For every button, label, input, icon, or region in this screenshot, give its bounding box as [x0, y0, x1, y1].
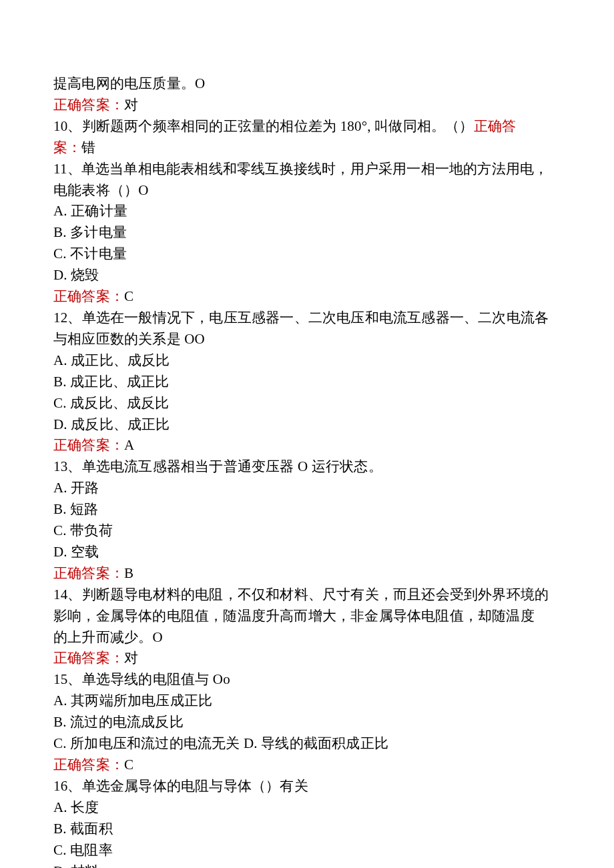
q15-line-1: 15、单选导线的电阻值与 Oo — [53, 669, 561, 691]
q13-option-a: A. 开路 — [53, 478, 561, 499]
q15-answer-line: 正确答案：C — [53, 755, 561, 776]
q15-option-cd: C. 所加电压和流过的电流无关 D. 导线的截面积成正比 — [53, 733, 561, 755]
q11-line-2: 电能表将（）O — [53, 180, 561, 201]
answer-prefix: 正确答案： — [53, 437, 124, 453]
q13-line-1: 13、单选电流互感器相当于普通变压器 O 运行状态。 — [53, 456, 561, 478]
q11-option-b: B. 多计电量 — [53, 222, 561, 244]
q10-answer: 错 — [81, 139, 95, 155]
q13-option-d: D. 空载 — [53, 542, 561, 563]
q9-tail-line: 提高电网的电压质量。O — [53, 73, 561, 95]
q11-line-1: 11、单选当单相电能表相线和零线互换接线时，用户采用一相一地的方法用电， — [53, 159, 561, 180]
q10-line-1: 10、判断题两个频率相同的正弦量的相位差为 180°, 叫做同相。（）正确答 — [53, 116, 561, 137]
q10-answer-prefix-b: 案： — [53, 139, 81, 155]
q16-line-1: 16、单选金属导体的电阻与导体（）有关 — [53, 776, 561, 797]
q16-option-c: C. 电阻率 — [53, 840, 561, 861]
q12-option-c: C. 成反比、成反比 — [53, 393, 561, 414]
q13-answer: B — [124, 565, 133, 581]
q14-line-1: 14、判断题导电材料的电阻，不仅和材料、尺寸有关，而且还会受到外界环境的 — [53, 584, 561, 606]
q16-option-d: D. 材料 — [53, 861, 561, 868]
q11-option-d: D. 烧毁 — [53, 265, 561, 286]
q14-line-2: 影响，金属导体的电阻值，随温度升高而增大，非金属导体电阻值，却随温度 — [53, 606, 561, 627]
q11-answer-line: 正确答案：C — [53, 286, 561, 308]
q12-option-d: D. 成反比、成正比 — [53, 414, 561, 436]
q14-answer-line: 正确答案：对 — [53, 648, 561, 669]
q15-option-a: A. 其两端所加电压成正比 — [53, 691, 561, 712]
q12-line-2: 与相应匝数的关系是 OO — [53, 329, 561, 350]
q16-option-b: B. 截面积 — [53, 819, 561, 840]
answer-prefix: 正确答案： — [53, 565, 124, 581]
q16-option-a: A. 长度 — [53, 797, 561, 819]
answer-prefix: 正确答案： — [53, 650, 124, 666]
q10-stem: 10、判断题两个频率相同的正弦量的相位差为 180°, 叫做同相。（） — [53, 118, 474, 134]
answer-prefix: 正确答案： — [53, 757, 124, 773]
q12-line-1: 12、单选在一般情况下，电压互感器一、二次电压和电流互感器一、二次电流各 — [53, 308, 561, 329]
q11-option-a: A. 正确计量 — [53, 201, 561, 222]
q9-answer-line: 正确答案：对 — [53, 95, 561, 116]
q15-option-b: B. 流过的电流成反比 — [53, 712, 561, 733]
document-page: 提高电网的电压质量。O 正确答案：对 10、判断题两个频率相同的正弦量的相位差为… — [0, 0, 614, 868]
answer-prefix: 正确答案： — [53, 288, 124, 304]
q13-answer-line: 正确答案：B — [53, 563, 561, 584]
answer-prefix: 正确答案： — [53, 97, 124, 113]
q10-answer-prefix-a: 正确答 — [474, 118, 517, 134]
q11-answer: C — [124, 288, 133, 304]
q10-line-2: 案：错 — [53, 137, 561, 159]
q12-option-a: A. 成正比、成反比 — [53, 350, 561, 372]
q12-answer: A — [124, 437, 134, 453]
q14-line-3: 的上升而减少。O — [53, 627, 561, 648]
q15-answer: C — [124, 757, 133, 773]
q11-option-c: C. 不计电量 — [53, 244, 561, 265]
q13-option-b: B. 短路 — [53, 499, 561, 520]
q14-answer: 对 — [124, 650, 138, 666]
q13-option-c: C. 带负荷 — [53, 520, 561, 542]
q12-answer-line: 正确答案：A — [53, 435, 561, 456]
q12-option-b: B. 成正比、成正比 — [53, 372, 561, 393]
q9-answer: 对 — [124, 97, 138, 113]
